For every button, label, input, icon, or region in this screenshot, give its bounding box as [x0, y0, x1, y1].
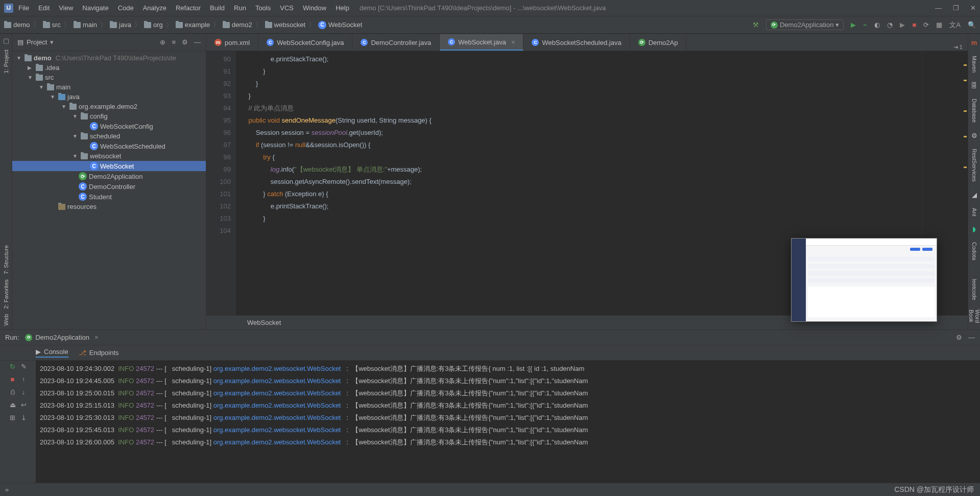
- tree-item[interactable]: ▶.idea: [12, 63, 206, 73]
- menu-window[interactable]: Window: [303, 4, 326, 12]
- menu-edit[interactable]: Edit: [38, 4, 50, 12]
- stop-icon[interactable]: ■: [11, 375, 15, 383]
- coverage-icon[interactable]: ◐: [874, 21, 880, 29]
- menu-run[interactable]: Run: [234, 4, 246, 12]
- attach-icon[interactable]: ▶: [900, 21, 905, 29]
- tool-leetcode-tab[interactable]: leetcode: [971, 279, 977, 300]
- breadcrumb-item[interactable]: demo2: [223, 21, 252, 29]
- run-icon[interactable]: ▶: [851, 21, 856, 29]
- project-title[interactable]: Project: [27, 38, 47, 46]
- more-icon[interactable]: »: [5, 486, 9, 493]
- endpoints-tab[interactable]: ⎇Endpoints: [79, 349, 119, 357]
- tool-web-tab[interactable]: Web: [3, 314, 9, 325]
- stop-icon[interactable]: ■: [912, 21, 916, 29]
- debug-icon[interactable]: ⌁: [863, 21, 867, 29]
- tool-structure-tab[interactable]: 7: Structure: [3, 245, 9, 274]
- project-dropdown-icon[interactable]: ▤: [17, 38, 23, 46]
- tree-item[interactable]: ▼scheduled: [12, 131, 206, 141]
- menu-build[interactable]: Build: [210, 4, 225, 12]
- editor-tab[interactable]: ⟳Demo2Ap: [630, 34, 687, 51]
- breadcrumb-item[interactable]: org: [144, 21, 163, 29]
- maximize-icon[interactable]: ❐: [953, 4, 959, 12]
- tool-favorites-tab[interactable]: 2: Favorites: [3, 279, 9, 309]
- editor-tab[interactable]: mpom.xml: [206, 34, 258, 51]
- tree-file-selected[interactable]: CWebSocket: [12, 161, 206, 171]
- tree-item[interactable]: ▼config: [12, 111, 206, 121]
- exit-icon[interactable]: ⏏: [10, 401, 16, 409]
- tree-file[interactable]: CWebSocketConfig: [12, 121, 206, 131]
- tool-database-tab[interactable]: Database: [971, 99, 977, 123]
- tree-item[interactable]: ▼org.example.demo2: [12, 102, 206, 111]
- tree-item[interactable]: ▼src: [12, 73, 206, 82]
- build-icon[interactable]: ⚒: [753, 21, 759, 29]
- run-config-tab[interactable]: ⟳Demo2Application×: [25, 334, 98, 341]
- breadcrumb-item[interactable]: websocket: [265, 21, 305, 29]
- breadcrumb-item[interactable]: java: [110, 21, 131, 29]
- tool-ant-tab[interactable]: Ant: [971, 208, 977, 217]
- tree-file[interactable]: ⟳Demo2Application: [12, 171, 206, 181]
- search-icon[interactable]: 🔍: [968, 21, 976, 29]
- scroll-icon[interactable]: ⤓: [21, 414, 27, 421]
- menu-code[interactable]: Code: [118, 4, 134, 12]
- breadcrumb-item[interactable]: example: [176, 21, 210, 29]
- snapshot-icon[interactable]: ⎙: [11, 388, 15, 396]
- tree-file[interactable]: CStudent: [12, 192, 206, 202]
- console-tab[interactable]: ▶Console: [36, 348, 68, 358]
- pencil-icon[interactable]: ✎: [21, 363, 27, 370]
- run-config-selector[interactable]: ⟳Demo2Application ▾: [766, 19, 844, 30]
- close-icon[interactable]: ✕: [970, 4, 976, 12]
- up-icon[interactable]: ↑: [22, 375, 26, 383]
- menu-view[interactable]: View: [59, 4, 73, 12]
- editor-tab[interactable]: CWebSocketScheduled.java: [523, 34, 630, 51]
- database-icon[interactable]: 🗄: [971, 82, 977, 89]
- update-icon[interactable]: ⟳: [923, 21, 929, 29]
- profile-icon[interactable]: ◔: [887, 21, 893, 29]
- tree-file[interactable]: CWebSocketScheduled: [12, 141, 206, 151]
- tree-item[interactable]: ▼websocket: [12, 151, 206, 161]
- close-tab-icon[interactable]: ×: [511, 38, 515, 46]
- menu-tools[interactable]: Tools: [255, 4, 271, 12]
- tree-item[interactable]: ▼java: [12, 92, 206, 102]
- wrap-icon[interactable]: ↩: [21, 401, 27, 409]
- breadcrumb-item[interactable]: demo: [4, 21, 30, 29]
- project-tree[interactable]: ▼demoC:\Users\ThinkPad T490\IdeaProjects…: [12, 51, 206, 329]
- tree-item[interactable]: ▼main: [12, 82, 206, 92]
- layout-icon[interactable]: ▦: [936, 21, 942, 29]
- tree-root[interactable]: ▼demoC:\Users\ThinkPad T490\IdeaProjects…: [12, 53, 206, 63]
- tool-wordbook-tab[interactable]: Word Book: [968, 310, 981, 325]
- tool-rest-tab[interactable]: RestServices: [971, 149, 977, 182]
- console-output[interactable]: 2023-08-10 19:24:30.002 INFO 24572 --- […: [36, 361, 980, 483]
- breadcrumb-item[interactable]: src: [43, 21, 61, 29]
- hide-icon[interactable]: —: [194, 38, 201, 46]
- minimize-icon[interactable]: —: [935, 4, 942, 12]
- hide-icon[interactable]: —: [968, 334, 975, 341]
- codota-icon[interactable]: ◗: [972, 225, 976, 233]
- tree-item[interactable]: resources: [12, 202, 206, 211]
- layout-icon[interactable]: ⊞: [10, 414, 15, 421]
- menu-vcs[interactable]: VCS: [280, 4, 294, 12]
- rerun-icon[interactable]: ↻: [10, 363, 15, 370]
- translate-icon[interactable]: 文A: [949, 20, 961, 30]
- ant-icon[interactable]: ◢: [972, 191, 977, 199]
- rest-icon[interactable]: ⚙: [971, 132, 977, 139]
- maven-tool-icon[interactable]: m: [971, 39, 977, 46]
- editor-tab[interactable]: CDemoController.java: [352, 34, 440, 51]
- tool-maven-tab[interactable]: Maven: [971, 56, 977, 73]
- down-icon[interactable]: ↓: [22, 388, 26, 396]
- menu-analyze[interactable]: Analyze: [143, 4, 166, 12]
- menu-help[interactable]: Help: [336, 4, 349, 12]
- tool-codota-tab[interactable]: Codota: [971, 242, 977, 260]
- gear-icon[interactable]: ⚙: [182, 38, 188, 46]
- breadcrumb-item[interactable]: CWebSocket: [318, 21, 362, 29]
- menu-refactor[interactable]: Refactor: [176, 4, 201, 12]
- tree-file[interactable]: CDemoController: [12, 181, 206, 192]
- menu-navigate[interactable]: Navigate: [82, 4, 108, 12]
- target-icon[interactable]: ⊕: [160, 38, 165, 46]
- gear-icon[interactable]: ⚙: [956, 334, 962, 341]
- breadcrumb-item[interactable]: main: [74, 21, 97, 29]
- editor-tab-active[interactable]: CWebSocket.java×: [440, 34, 523, 51]
- editor-tab[interactable]: CWebSocketConfig.java: [258, 34, 352, 51]
- menu-file[interactable]: File: [18, 4, 29, 12]
- square-icon[interactable]: ▢: [3, 37, 9, 44]
- tool-project-tab[interactable]: 1: Project: [3, 50, 9, 73]
